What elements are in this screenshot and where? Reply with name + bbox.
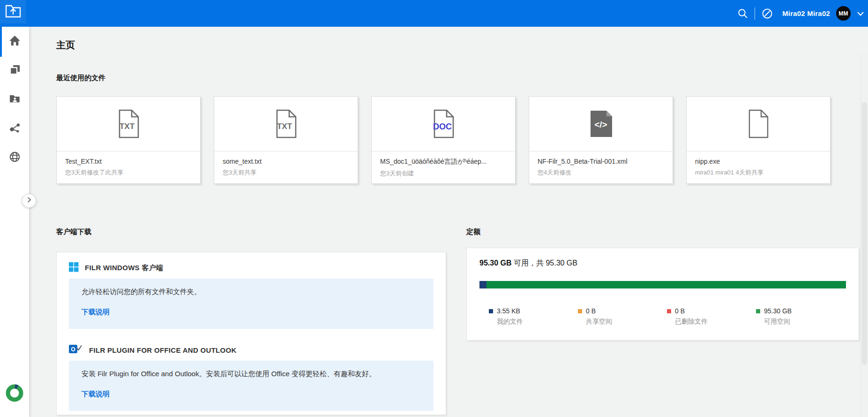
legend-swatch: [578, 309, 582, 313]
quota-heading: 定额: [466, 227, 480, 236]
legend-value: 0 B: [675, 307, 708, 315]
topbar-divider: [755, 8, 755, 20]
file-name: Test_EXT.txt: [65, 158, 192, 165]
generic-file-icon: [687, 97, 830, 152]
recent-files-row: TXT Test_EXT.txt 您3天前修改了此共享 TXT some_tex…: [56, 96, 831, 184]
svg-text:</>: </>: [594, 120, 607, 129]
file-card[interactable]: </> NF-Filr_5.0_Beta-Trial-001.xml 您4天前修…: [529, 96, 673, 184]
legend-label: 共享空间: [586, 318, 612, 326]
sidebar-item-my-files[interactable]: [0, 56, 29, 85]
download-title: FILR PLUGIN FOR OFFICE AND OUTLOOK: [89, 346, 237, 354]
main-content: 主页 最近使用的文件 TXT Test_EXT.txt 您3天前修改了此共享: [29, 27, 868, 417]
quota-bar-available-segment: [486, 281, 846, 288]
quota-summary-text: 可用，共 95.30 GB: [514, 259, 577, 267]
windows-logo-icon: [69, 262, 79, 274]
quota-donut-indicator: [5, 384, 24, 402]
shared-folder-icon: [9, 93, 20, 106]
download-title: FILR WINDOWS 客户端: [85, 264, 163, 273]
txt-file-icon: TXT: [57, 97, 200, 152]
vertical-scrollbar[interactable]: [861, 53, 868, 417]
app-logo[interactable]: [0, 0, 26, 23]
legend-label: 可用空间: [764, 318, 792, 326]
legend-value: 0 B: [586, 307, 612, 315]
quota-available-value: 95.30 GB: [479, 259, 511, 267]
user-name[interactable]: Mira02 Mira02: [779, 9, 830, 17]
legend-item-available-space: 95.30 GB 可用空间: [756, 307, 845, 326]
recent-files-heading: 最近使用的文件: [56, 74, 105, 83]
quota-panel: 95.30 GB 可用，共 95.30 GB 3.55 KB 我的文件 0 B …: [466, 248, 859, 341]
download-description: 允许轻松访问您的所有文件和文件夹。: [82, 288, 421, 296]
svg-text:O: O: [71, 346, 75, 353]
client-downloads-heading: 客户端下载: [56, 227, 91, 236]
page-title: 主页: [56, 39, 75, 52]
chevron-down-icon[interactable]: [857, 11, 864, 16]
download-description: 安装 Filr Plugin for Office and Outlook。安装…: [82, 370, 421, 379]
file-meta: 您4天前修改: [538, 168, 664, 177]
chevron-right-icon: [26, 196, 32, 205]
sidebar-item-net-folders[interactable]: [0, 143, 29, 172]
quota-summary: 95.30 GB 可用，共 95.30 GB: [479, 258, 846, 268]
file-name: MS_doc1_üöäóñéàôè言語がʰéáep...: [380, 158, 507, 166]
svg-text:TXT: TXT: [277, 122, 292, 131]
sidebar-item-home[interactable]: [0, 27, 29, 56]
globe-icon: [9, 151, 21, 165]
download-instructions-link[interactable]: 下载说明: [82, 390, 110, 399]
download-item-office-plugin: O FILR PLUGIN FOR OFFICE AND OUTLOOK 安装 …: [69, 344, 434, 411]
sidebar: [0, 27, 29, 417]
client-downloads-panel: FILR WINDOWS 客户端 允许轻松访问您的所有文件和文件夹。 下载说明 …: [56, 252, 446, 415]
legend-value: 3.55 KB: [497, 307, 523, 315]
quota-bar-my-files-segment: [479, 281, 486, 288]
file-name: some_text.txt: [223, 158, 349, 165]
file-meta: 您3天前共享: [223, 168, 349, 177]
folder-upload-icon: [4, 2, 22, 21]
doc-file-icon: DOC: [372, 97, 515, 152]
download-item-windows: FILR WINDOWS 客户端 允许轻松访问您的所有文件和文件夹。 下载说明: [69, 262, 434, 329]
sidebar-item-shared-by-me[interactable]: [0, 114, 29, 143]
legend-swatch: [756, 309, 760, 313]
file-meta: mira01 mira01 4天前共享: [695, 168, 822, 177]
file-card[interactable]: nipp.exe mira01 mira01 4天前共享: [686, 96, 831, 184]
avatar[interactable]: MM: [836, 6, 851, 21]
file-name: NF-Filr_5.0_Beta-Trial-001.xml: [538, 158, 664, 165]
file-card[interactable]: TXT Test_EXT.txt 您3天前修改了此共享: [56, 96, 201, 184]
sidebar-item-shared-with-me[interactable]: [0, 85, 29, 114]
legend-item-shared-space: 0 B 共享空间: [578, 307, 667, 326]
legend-item-my-files: 3.55 KB 我的文件: [489, 307, 578, 326]
legend-swatch: [667, 309, 671, 313]
txt-file-icon: TXT: [214, 97, 358, 152]
file-card[interactable]: DOC MS_doc1_üöäóñéàôè言語がʰéáep... 您3天前创建: [371, 96, 516, 184]
code-file-icon: </>: [529, 97, 673, 152]
scrollbar-thumb[interactable]: [862, 102, 867, 365]
legend-label: 我的文件: [497, 318, 523, 326]
legend-swatch: [489, 309, 493, 313]
outlook-logo-icon: O: [69, 344, 83, 356]
file-meta: 您3天前创建: [380, 169, 507, 178]
search-icon[interactable]: [737, 8, 748, 19]
quota-legend: 3.55 KB 我的文件 0 B 共享空间 0 B 已删除文件: [479, 307, 846, 326]
circle-slash-icon[interactable]: [761, 8, 773, 20]
file-name: nipp.exe: [695, 158, 822, 165]
download-info-box: 安装 Filr Plugin for Office and Outlook。安装…: [69, 361, 434, 411]
top-bar: Mira02 Mira02 MM: [0, 0, 868, 27]
legend-value: 95.30 GB: [764, 307, 792, 315]
file-card[interactable]: TXT some_text.txt 您3天前共享: [214, 96, 358, 184]
legend-label: 已删除文件: [675, 318, 708, 326]
share-network-icon: [9, 122, 21, 136]
file-meta: 您3天前修改了此共享: [65, 168, 192, 177]
svg-text:DOC: DOC: [433, 122, 452, 131]
download-instructions-link[interactable]: 下载说明: [82, 308, 110, 317]
home-icon: [9, 35, 21, 48]
stacked-files-icon: [9, 64, 21, 77]
download-info-box: 允许轻松访问您的所有文件和文件夹。 下载说明: [69, 279, 434, 329]
quota-usage-bar: [479, 281, 846, 288]
svg-text:TXT: TXT: [120, 122, 135, 131]
sidebar-expand-button[interactable]: [22, 194, 36, 208]
legend-item-deleted-files: 0 B 已删除文件: [667, 307, 756, 326]
